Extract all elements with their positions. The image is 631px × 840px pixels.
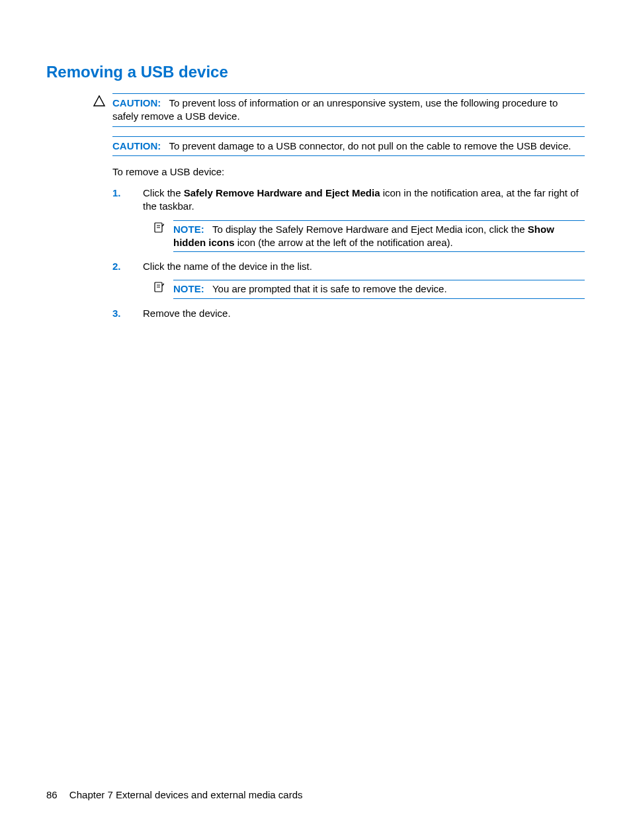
page-number: 86 [46,789,58,800]
note-label: NOTE: [173,283,204,294]
chapter-title: Chapter 7 External devices and external … [69,789,303,800]
step-number: 1. [112,187,121,200]
step-number: 3. [112,307,121,320]
note-text: icon (the arrow at the left of the notif… [235,237,453,248]
note-icon [153,281,165,293]
intro-paragraph: To remove a USB device: [112,165,585,179]
page-footer: 86 Chapter 7 External devices and extern… [46,789,303,800]
caution-label: CAUTION: [112,97,161,108]
step-number: 2. [112,260,121,273]
step-bold: Safely Remove Hardware and Eject Media [184,187,380,198]
caution-text: To prevent damage to a USB connector, do… [169,140,571,151]
note-block: NOTE: To display the Safely Remove Hardw… [153,220,585,253]
caution-label: CAUTION: [112,140,161,151]
note-text: You are prompted that it is safe to remo… [212,283,447,294]
caution-block-2: CAUTION: To prevent damage to a USB conn… [93,136,585,156]
note-block: NOTE: You are prompted that it is safe t… [153,280,585,298]
caution-block-1: CAUTION: To prevent loss of information … [93,93,585,127]
page-title: Removing a USB device [46,63,585,81]
steps-list: 1. Click the Safely Remove Hardware and … [112,187,585,320]
note-label: NOTE: [173,224,204,235]
step-text: Click the name of the device in the list… [143,261,312,272]
step-text: Remove the device. [143,308,231,319]
step-3: 3. Remove the device. [112,307,585,320]
step-1: 1. Click the Safely Remove Hardware and … [112,187,585,252]
caution-icon [93,95,106,108]
note-text: To display the Safely Remove Hardware an… [212,224,528,235]
caution-text: To prevent loss of information or an unr… [112,97,558,122]
step-2: 2. Click the name of the device in the l… [112,260,585,299]
note-icon [153,222,165,233]
step-text: Click the [143,187,184,198]
